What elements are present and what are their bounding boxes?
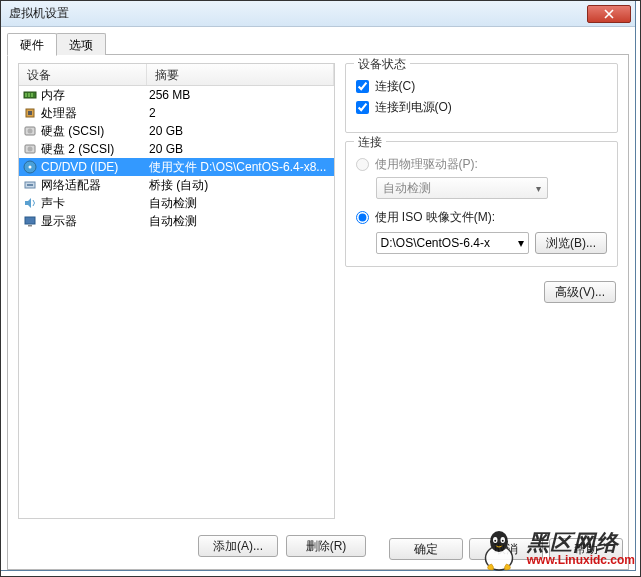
svg-point-11 [29, 166, 32, 169]
connection-group: 连接 使用物理驱动器(P): 自动检测 ▾ 使用 ISO 映像文件(M): [345, 141, 618, 267]
svg-point-9 [28, 147, 33, 152]
device-list-header: 设备 摘要 [19, 64, 334, 86]
device-summary: 自动检测 [147, 195, 334, 212]
device-row[interactable]: 网络适配器桥接 (自动) [19, 176, 334, 194]
tab-options[interactable]: 选项 [56, 33, 106, 55]
device-row[interactable]: 声卡自动检测 [19, 194, 334, 212]
use-physical-radio [356, 158, 369, 171]
device-status-title: 设备状态 [354, 56, 410, 73]
device-name: 网络适配器 [41, 177, 101, 194]
device-name: 硬盘 (SCSI) [41, 123, 104, 140]
ok-button[interactable]: 确定 [389, 538, 463, 560]
chevron-down-icon: ▾ [536, 183, 541, 194]
physical-drive-value: 自动检测 [383, 180, 431, 197]
svg-rect-3 [31, 93, 33, 97]
connection-title: 连接 [354, 134, 386, 151]
use-physical-label: 使用物理驱动器(P): [375, 156, 478, 173]
device-summary: 20 GB [147, 124, 334, 138]
advanced-button[interactable]: 高级(V)... [544, 281, 616, 303]
svg-rect-1 [25, 93, 27, 97]
tab-strip: 硬件 选项 [7, 33, 629, 55]
net-icon [23, 178, 37, 192]
cpu-icon [23, 106, 37, 120]
remove-button[interactable]: 删除(R) [286, 535, 366, 557]
svg-rect-14 [25, 217, 35, 224]
device-row[interactable]: 处理器2 [19, 104, 334, 122]
device-status-group: 设备状态 连接(C) 连接到电源(O) [345, 63, 618, 133]
svg-rect-2 [28, 93, 30, 97]
device-summary: 桥接 (自动) [147, 177, 334, 194]
iso-path-combo[interactable]: D:\OS\CentOS-6.4-x ▾ [376, 232, 529, 254]
connect-on-power-label: 连接到电源(O) [375, 99, 452, 116]
device-name: 声卡 [41, 195, 65, 212]
device-row[interactable]: CD/DVD (IDE)使用文件 D:\OS\CentOS-6.4-x8... [19, 158, 334, 176]
memory-icon [23, 88, 37, 102]
chevron-down-icon: ▾ [518, 236, 524, 250]
close-icon [604, 9, 614, 19]
help-button[interactable]: 帮助 [549, 538, 623, 560]
svg-rect-5 [28, 111, 32, 115]
device-row[interactable]: 显示器自动检测 [19, 212, 334, 230]
physical-drive-combo: 自动检测 ▾ [376, 177, 548, 199]
tab-hardware[interactable]: 硬件 [7, 33, 57, 56]
cd-icon [23, 160, 37, 174]
device-summary: 自动检测 [147, 213, 334, 230]
hdd-icon [23, 142, 37, 156]
svg-rect-13 [27, 184, 33, 186]
device-row[interactable]: 硬盘 (SCSI)20 GB [19, 122, 334, 140]
cancel-button[interactable]: 取消 [469, 538, 543, 560]
device-row[interactable]: 内存256 MB [19, 86, 334, 104]
use-iso-label: 使用 ISO 映像文件(M): [375, 209, 496, 226]
close-button[interactable] [587, 5, 631, 23]
device-name: 显示器 [41, 213, 77, 230]
dialog-title: 虚拟机设置 [9, 5, 587, 22]
device-summary: 2 [147, 106, 334, 120]
device-summary: 20 GB [147, 142, 334, 156]
device-name: 处理器 [41, 105, 77, 122]
device-name: 内存 [41, 87, 65, 104]
use-iso-radio[interactable] [356, 211, 369, 224]
col-header-summary[interactable]: 摘要 [147, 64, 334, 85]
sound-icon [23, 196, 37, 210]
device-name: CD/DVD (IDE) [41, 160, 118, 174]
add-button[interactable]: 添加(A)... [198, 535, 278, 557]
device-list: 设备 摘要 内存256 MB处理器2硬盘 (SCSI)20 GB硬盘 2 (SC… [18, 63, 335, 519]
titlebar: 虚拟机设置 [1, 1, 635, 27]
connected-checkbox[interactable] [356, 80, 369, 93]
device-row[interactable]: 硬盘 2 (SCSI)20 GB [19, 140, 334, 158]
device-summary: 使用文件 D:\OS\CentOS-6.4-x8... [147, 159, 334, 176]
svg-point-7 [28, 129, 33, 134]
col-header-device[interactable]: 设备 [19, 64, 147, 85]
device-name: 硬盘 2 (SCSI) [41, 141, 114, 158]
display-icon [23, 214, 37, 228]
iso-path-value: D:\OS\CentOS-6.4-x [381, 236, 490, 250]
browse-button[interactable]: 浏览(B)... [535, 232, 607, 254]
hdd-icon [23, 124, 37, 138]
connected-label: 连接(C) [375, 78, 416, 95]
connect-on-power-checkbox[interactable] [356, 101, 369, 114]
svg-rect-15 [28, 225, 32, 227]
device-summary: 256 MB [147, 88, 334, 102]
